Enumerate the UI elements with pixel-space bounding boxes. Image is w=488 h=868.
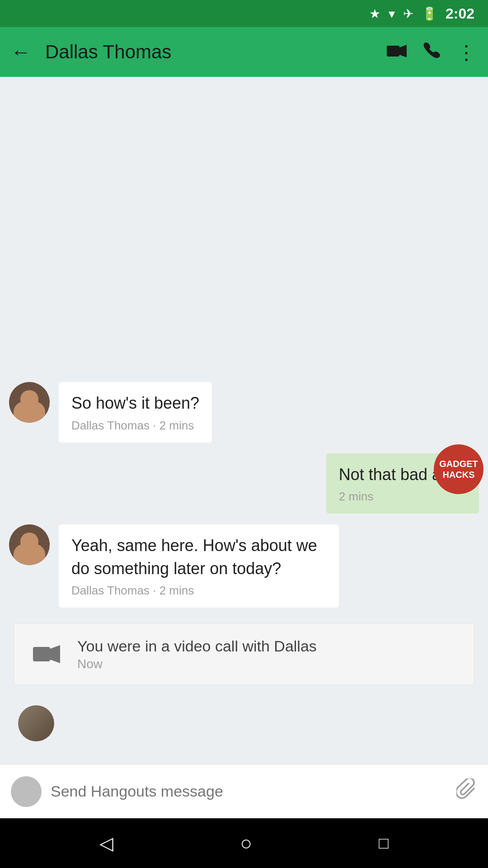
bubble-dot: · bbox=[153, 419, 159, 432]
recents-nav-button[interactable]: □ bbox=[379, 834, 389, 853]
chat-area: So how's it been? Dallas Thomas · 2 mins… bbox=[0, 77, 488, 764]
bubble-meta: 2 mins bbox=[339, 490, 466, 504]
bubble-sender: Dallas Thomas bbox=[71, 419, 150, 432]
nav-bar: ◁ ○ □ bbox=[0, 818, 488, 868]
svg-rect-0 bbox=[387, 46, 399, 57]
chat-spacer bbox=[9, 95, 479, 371]
bubble-time: 2 mins bbox=[160, 584, 194, 597]
incoming-bubble: So how's it been? Dallas Thomas · 2 mins bbox=[59, 382, 212, 442]
svg-rect-2 bbox=[33, 647, 50, 661]
more-options-button[interactable]: ⋮ bbox=[456, 41, 477, 64]
attach-button[interactable] bbox=[456, 778, 477, 804]
video-call-button[interactable] bbox=[387, 42, 407, 62]
message-input-bar bbox=[0, 764, 488, 818]
bubble-dot: · bbox=[153, 584, 159, 597]
airplane-icon: ✈ bbox=[403, 6, 413, 21]
input-avatar bbox=[11, 776, 42, 807]
bubble-time: 2 mins bbox=[160, 419, 194, 432]
app-bar-actions: ⋮ bbox=[387, 41, 477, 64]
message-row-outgoing: Not that bad at all 2 mins GADGET HACKS bbox=[9, 453, 479, 514]
star-icon: ★ bbox=[369, 6, 380, 21]
video-call-subtext: Now bbox=[77, 657, 317, 671]
bubble-time: 2 mins bbox=[339, 490, 374, 503]
bubble-meta: Dallas Thomas · 2 mins bbox=[71, 584, 326, 598]
avatar bbox=[9, 524, 50, 565]
app-bar: ← Dallas Thomas ⋮ bbox=[0, 27, 488, 77]
back-button[interactable]: ← bbox=[11, 41, 31, 63]
status-bar: ★ ▾ ✈ 🔋 2:02 bbox=[0, 0, 488, 27]
message-input[interactable] bbox=[51, 783, 447, 800]
wifi-icon: ▾ bbox=[389, 6, 395, 21]
bubble-text: Yeah, same here. How's about we do somet… bbox=[71, 534, 326, 580]
video-call-info: You were in a video call with Dallas Now bbox=[77, 637, 317, 671]
contact-avatar bbox=[9, 382, 50, 423]
status-time: 2:02 bbox=[446, 5, 474, 22]
watermark-badge: GADGET HACKS bbox=[434, 444, 483, 494]
bubble-text: So how's it been? bbox=[71, 392, 199, 415]
battery-icon: 🔋 bbox=[422, 6, 437, 21]
video-call-notice: You were in a video call with Dallas Now bbox=[14, 623, 474, 685]
back-nav-button[interactable]: ◁ bbox=[99, 833, 113, 854]
svg-marker-1 bbox=[399, 45, 407, 57]
watermark-line1: GADGET bbox=[439, 458, 478, 469]
contact-avatar bbox=[9, 524, 50, 565]
watermark-line2: HACKS bbox=[442, 469, 474, 480]
phone-call-button[interactable] bbox=[423, 42, 440, 63]
incoming-bubble: Yeah, same here. How's about we do somet… bbox=[59, 524, 339, 608]
home-nav-button[interactable]: ○ bbox=[240, 832, 252, 854]
bubble-sender: Dallas Thomas bbox=[71, 584, 150, 597]
message-row: So how's it been? Dallas Thomas · 2 mins bbox=[9, 382, 479, 442]
message-row: Yeah, same here. How's about we do somet… bbox=[9, 524, 479, 608]
video-notice-icon bbox=[28, 636, 65, 672]
status-icons: ★ ▾ ✈ 🔋 2:02 bbox=[369, 5, 474, 22]
video-call-text: You were in a video call with Dallas bbox=[77, 637, 317, 655]
bottom-avatar-row bbox=[9, 701, 479, 746]
chat-title: Dallas Thomas bbox=[45, 41, 376, 63]
svg-marker-3 bbox=[50, 645, 60, 663]
avatar bbox=[9, 382, 50, 423]
bubble-meta: Dallas Thomas · 2 mins bbox=[71, 419, 199, 433]
bottom-avatar bbox=[18, 705, 54, 741]
